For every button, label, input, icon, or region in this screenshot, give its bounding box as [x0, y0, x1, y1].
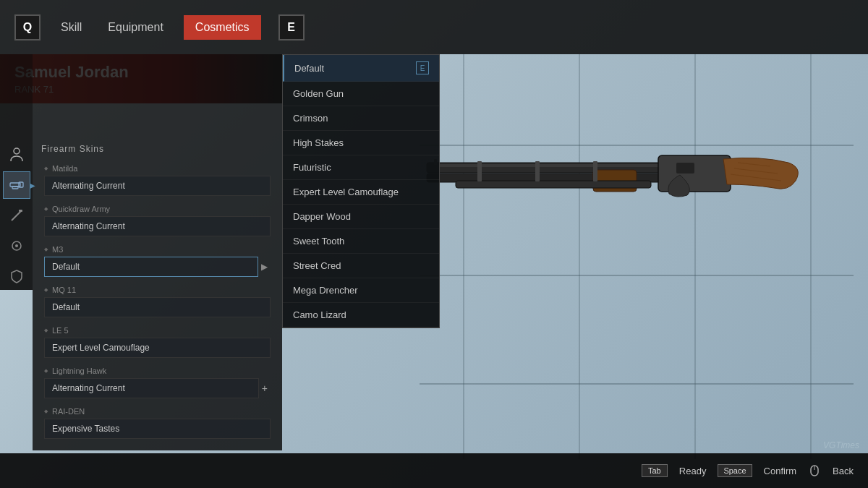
dropdown-item-label-dapper-wood: Dapper Wood [293, 211, 351, 222]
svg-rect-13 [593, 161, 597, 181]
skin-dropdown: Default E Golden Gun Crimson High Stakes… [282, 54, 440, 328]
sidebar-icon-armor[interactable] [3, 262, 30, 290]
skin-row-matilda[interactable] [44, 176, 271, 196]
weapon-lightning-label: Lightning Hawk [38, 365, 276, 377]
svg-line-18 [12, 210, 22, 221]
skin-input-quickdraw[interactable] [44, 216, 271, 236]
skill-tab[interactable]: Skill [55, 18, 88, 37]
sidebar-icon-equipment[interactable] [3, 232, 30, 260]
equipped-badge: E [416, 61, 429, 74]
weapon-le5-section: LE 5 [33, 322, 282, 362]
svg-rect-19 [19, 210, 22, 212]
dropdown-item-label-default: Default [294, 63, 324, 74]
dropdown-item-default[interactable]: Default E [283, 55, 439, 82]
dropdown-item-high-stakes[interactable]: High Stakes [283, 131, 439, 155]
equipment-tab[interactable]: Equipment [102, 18, 169, 37]
svg-rect-12 [535, 161, 540, 181]
shelf-vline4 [810, 54, 812, 459]
space-key: Space [718, 464, 752, 477]
skin-input-matilda[interactable] [44, 176, 271, 196]
dropdown-item-label-expert-camo: Expert Level Camouflage [293, 187, 399, 197]
dropdown-item-camo-lizard[interactable]: Camo Lizard [283, 303, 439, 328]
skin-row-le5[interactable] [44, 338, 271, 358]
dropdown-item-crimson[interactable]: Crimson [283, 106, 439, 131]
weapon-le5-label: LE 5 [38, 325, 276, 336]
skin-row-m3[interactable]: ▶ [44, 257, 271, 277]
skin-row-quickdraw[interactable] [44, 216, 271, 236]
sidebar-icon-melee[interactable] [3, 202, 30, 229]
shelf-hline2 [420, 275, 854, 276]
weapon-quickdraw-section: Quickdraw Army [33, 200, 282, 241]
svg-rect-17 [12, 187, 18, 189]
shelf-vline1 [463, 54, 464, 459]
weapon-raiden-label: RAI-DEN [38, 406, 276, 417]
svg-point-14 [14, 148, 20, 154]
e-button[interactable]: E [278, 14, 305, 40]
dropdown-item-label-camo-lizard: Camo Lizard [293, 309, 346, 320]
bottom-bar: Tab Ready Space Confirm Back [0, 453, 868, 488]
dropdown-item-sweet-tooth[interactable]: Sweet Tooth [283, 229, 439, 254]
weapon-m3-label: M3 [38, 244, 276, 255]
gun-display [420, 116, 839, 246]
sidebar [0, 54, 33, 290]
firearm-content: Firearm Skins Matilda Quickdraw Army M3 … [33, 54, 282, 450]
skin-arrow-m3: ▶ [258, 262, 271, 272]
dropdown-item-label-street-cred: Street Cred [293, 260, 341, 271]
svg-rect-9 [676, 163, 694, 174]
skin-row-mq11[interactable] [44, 297, 271, 317]
dropdown-item-mega-drencher[interactable]: Mega Drencher [283, 278, 439, 303]
q-button[interactable]: Q [14, 14, 41, 40]
weapon-quickdraw-label: Quickdraw Army [38, 203, 276, 215]
dropdown-item-futuristic[interactable]: Futuristic [283, 155, 439, 180]
weapon-raiden-section: RAI-DEN [33, 403, 282, 443]
shelf-vline3 [694, 54, 696, 459]
skin-input-lightning[interactable] [44, 378, 259, 398]
svg-rect-1 [427, 164, 684, 167]
weapon-matilda-section: Matilda [33, 160, 282, 200]
skin-plus-lightning: + [259, 382, 271, 394]
back-label: Back [833, 466, 854, 476]
dropdown-item-golden-gun[interactable]: Golden Gun [283, 82, 439, 106]
svg-rect-11 [477, 161, 482, 181]
shelf-hline3 [420, 383, 854, 385]
dropdown-item-street-cred[interactable]: Street Cred [283, 254, 439, 278]
svg-rect-10 [456, 181, 651, 188]
dropdown-item-label-sweet-tooth: Sweet Tooth [293, 236, 344, 247]
weapon-mq11-label: MQ 11 [38, 284, 276, 296]
skin-row-raiden[interactable] [44, 419, 271, 439]
dropdown-item-label-futuristic: Futuristic [293, 162, 331, 173]
dropdown-item-label-high-stakes: High Stakes [293, 137, 344, 148]
weapon-mq11-section: MQ 11 [33, 281, 282, 322]
svg-point-21 [15, 244, 18, 247]
shelf-vline2 [579, 54, 580, 459]
dropdown-item-dapper-wood[interactable]: Dapper Wood [283, 205, 439, 229]
skin-input-m3[interactable] [44, 257, 258, 277]
dropdown-item-label-crimson: Crimson [293, 113, 328, 124]
mouse-icon [808, 464, 821, 477]
weapon-m3-section: M3 ▶ [33, 241, 282, 281]
sidebar-icon-firearm[interactable] [3, 171, 30, 199]
section-title: Firearm Skins [33, 141, 282, 160]
skin-input-le5[interactable] [44, 338, 271, 358]
skin-row-lightning[interactable]: + [44, 378, 271, 398]
sidebar-icon-character[interactable] [3, 141, 30, 168]
dropdown-item-label-mega-drencher: Mega Drencher [293, 285, 358, 296]
skin-input-raiden[interactable] [44, 419, 271, 439]
top-navigation: Q Skill Equipment Cosmetics E [0, 0, 868, 54]
ready-label: Ready [679, 466, 707, 476]
dropdown-item-expert-camo[interactable]: Expert Level Camouflage [283, 180, 439, 205]
weapon-lightning-section: Lightning Hawk + [33, 362, 282, 403]
weapon-matilda-label: Matilda [38, 163, 276, 174]
confirm-label: Confirm [764, 466, 797, 476]
skin-input-mq11[interactable] [44, 297, 271, 317]
cosmetics-tab[interactable]: Cosmetics [184, 15, 261, 40]
dropdown-item-label-golden-gun: Golden Gun [293, 88, 344, 99]
watermark: VGTimes [823, 440, 859, 450]
tab-key: Tab [642, 464, 668, 477]
